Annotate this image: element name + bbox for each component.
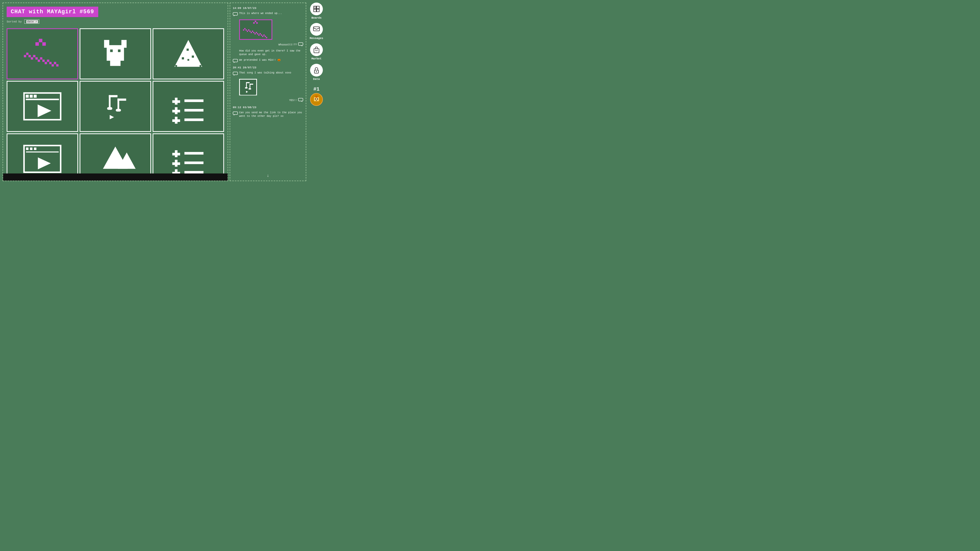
svg-rect-6: [29, 55, 31, 57]
msg-text-4: That song I was talking about xoxo: [239, 71, 291, 75]
svg-rect-88: [253, 32, 255, 33]
chat-panel: 14:09 18/07/23 This is where we ended up…: [230, 3, 306, 181]
grid-item-landscape[interactable]: [6, 28, 78, 79]
msg-text-3: We pretended I was MIA!! 🎃: [239, 59, 280, 62]
bubble-icon-out-1: [298, 42, 303, 47]
svg-rect-90: [256, 32, 257, 33]
svg-rect-82: [245, 29, 247, 30]
svg-rect-92: [258, 35, 259, 36]
svg-rect-81: [244, 28, 245, 29]
svg-rect-76: [240, 21, 271, 38]
sidebar: Boards Messages: [306, 0, 327, 184]
svg-rect-65: [175, 150, 177, 157]
grid-item-music[interactable]: [80, 81, 151, 132]
svg-rect-0: [19, 37, 65, 71]
grid-item-cat[interactable]: [80, 28, 151, 79]
svg-rect-5: [26, 52, 29, 55]
svg-rect-10: [38, 60, 40, 62]
svg-rect-78: [255, 21, 256, 22]
svg-rect-121: [313, 27, 320, 31]
sidebar-item-boards[interactable]: Boards: [310, 3, 323, 19]
chat-image-music[interactable]: [239, 79, 257, 95]
svg-rect-60: [34, 148, 37, 150]
svg-rect-13: [45, 62, 47, 64]
svg-rect-118: [317, 6, 319, 9]
messages-icon-circle[interactable]: [310, 23, 323, 36]
svg-rect-108: [245, 87, 248, 89]
svg-rect-42: [109, 95, 118, 97]
svg-rect-44: [118, 98, 119, 110]
sort-label: Sorted by: [6, 20, 22, 23]
svg-line-123: [317, 28, 320, 29]
svg-rect-45: [118, 98, 126, 100]
msg-text-out-2: YES!!: [289, 99, 297, 102]
grid-item-list1[interactable]: [153, 81, 224, 132]
svg-rect-38: [34, 95, 37, 97]
svg-rect-23: [118, 49, 121, 52]
market-icon-circle[interactable]: [310, 43, 323, 56]
svg-rect-66: [172, 153, 180, 156]
svg-rect-11: [40, 57, 42, 60]
svg-rect-9: [35, 57, 38, 60]
svg-rect-30: [182, 57, 184, 59]
svg-rect-17: [54, 62, 56, 64]
rank-number: #1: [313, 86, 320, 92]
sidebar-item-market[interactable]: Market: [310, 43, 323, 60]
sort-value[interactable]: date ✓: [24, 19, 39, 24]
scroll-down-arrow[interactable]: ↓: [233, 173, 303, 178]
chat-image-landscape[interactable]: [239, 19, 272, 40]
svg-rect-14: [47, 60, 49, 62]
boards-icon-circle[interactable]: [310, 3, 323, 15]
data-icon-circle[interactable]: [310, 64, 323, 76]
sidebar-item-messages[interactable]: Messages: [310, 23, 323, 40]
svg-rect-85: [249, 30, 251, 32]
svg-rect-34: [200, 65, 201, 67]
svg-rect-97: [265, 36, 266, 37]
svg-rect-87: [252, 30, 253, 32]
svg-rect-48: [175, 98, 177, 105]
svg-rect-26: [117, 56, 119, 57]
svg-rect-36: [26, 95, 29, 97]
svg-rect-96: [263, 35, 265, 36]
svg-rect-107: [246, 82, 250, 83]
svg-rect-94: [261, 35, 262, 36]
bubble-icon-5: [233, 111, 238, 116]
svg-rect-37: [30, 95, 32, 97]
svg-rect-33: [175, 65, 177, 67]
grid-item-pizza[interactable]: [153, 28, 224, 79]
left-panel: CHAT with MAYAgirl #569 Sorted by date ✓: [3, 3, 228, 181]
bottom-bar: [3, 173, 228, 181]
svg-rect-18: [56, 64, 59, 67]
chat-messages: 14:09 18/07/23 This is where we ended up…: [233, 6, 303, 172]
svg-rect-31: [192, 56, 194, 58]
svg-rect-19: [107, 45, 124, 61]
svg-rect-21: [121, 40, 127, 48]
svg-rect-46: [116, 109, 121, 111]
svg-rect-113: [298, 98, 303, 101]
svg-rect-98: [266, 37, 267, 38]
svg-rect-93: [259, 33, 261, 35]
svg-rect-12: [42, 60, 45, 62]
data-label: Data: [313, 78, 320, 81]
sidebar-item-data[interactable]: Data: [310, 64, 323, 81]
svg-rect-84: [248, 29, 249, 30]
svg-rect-49: [172, 100, 180, 103]
msg-text-5: Can you send me the link to the place yo…: [239, 111, 303, 118]
svg-marker-64: [118, 152, 136, 169]
svg-marker-28: [175, 40, 202, 67]
svg-rect-16: [52, 64, 54, 67]
svg-line-122: [313, 28, 317, 29]
svg-rect-74: [233, 13, 238, 15]
msg-incoming-2: How did you even get in there? I saw the…: [233, 49, 303, 56]
svg-rect-56: [185, 119, 204, 121]
svg-rect-99: [298, 43, 303, 45]
timestamp-3: 09:12 03/08/23: [233, 106, 303, 109]
svg-rect-4: [24, 55, 26, 57]
svg-rect-95: [262, 36, 263, 37]
market-label: Market: [311, 57, 321, 60]
svg-rect-83: [247, 30, 248, 32]
svg-rect-32: [188, 59, 189, 61]
svg-marker-47: [110, 115, 114, 119]
grid-item-video[interactable]: [6, 81, 78, 132]
user-avatar[interactable]: [310, 93, 323, 106]
